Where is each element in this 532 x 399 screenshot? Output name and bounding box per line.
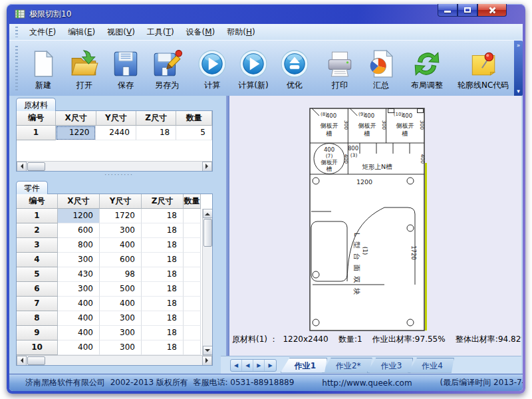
- row-header[interactable]: 9: [17, 326, 58, 340]
- open-button[interactable]: 打开: [64, 43, 105, 92]
- menubar-grip-handle[interactable]: [15, 27, 18, 37]
- first-job-icon[interactable]: ◀: [231, 360, 242, 371]
- minimize-button[interactable]: [438, 4, 458, 17]
- cell-x-size[interactable]: 400: [58, 326, 100, 340]
- row-header[interactable]: 1: [17, 209, 58, 223]
- cell-x-size[interactable]: 400: [58, 311, 100, 326]
- column-header[interactable]: X尺寸: [58, 194, 100, 209]
- cell-x-size[interactable]: 1200: [58, 209, 100, 223]
- cell-quantity[interactable]: [184, 267, 201, 282]
- cell-x-size[interactable]: 300: [58, 253, 100, 267]
- column-header[interactable]: Y尺寸: [96, 111, 136, 126]
- cell-z-size[interactable]: 18: [142, 238, 184, 253]
- cell-x-size[interactable]: 430: [58, 267, 100, 282]
- row-header[interactable]: 3: [17, 238, 58, 253]
- cell-y-size[interactable]: 300: [100, 340, 142, 355]
- cutting-layout-canvas[interactable]: (8) 400 侧板开 槽 300 (9) 400 侧板开 槽 300: [309, 107, 432, 334]
- toolbar-grip-handle[interactable]: [15, 46, 18, 90]
- cell-z-size[interactable]: 18: [142, 223, 184, 238]
- new-button[interactable]: 新建: [23, 43, 64, 92]
- scroll-left-icon[interactable]: [17, 162, 27, 172]
- row-header[interactable]: 2: [17, 223, 58, 238]
- menu-tools[interactable]: 工具(T): [142, 25, 180, 40]
- cell-y-size[interactable]: 600: [100, 253, 142, 267]
- cell-y-size[interactable]: 300: [100, 311, 142, 326]
- prev-job-icon[interactable]: ◀: [242, 360, 253, 371]
- row-header[interactable]: 8: [17, 311, 58, 326]
- cell-x-size[interactable]: 300: [58, 282, 100, 297]
- scroll-thumb[interactable]: [203, 219, 212, 247]
- optimize-button[interactable]: 优化: [274, 43, 315, 92]
- column-header[interactable]: X尺寸: [56, 111, 96, 126]
- cell-quantity[interactable]: [184, 297, 201, 311]
- column-header[interactable]: 编号: [17, 111, 56, 126]
- materials-tab[interactable]: 原材料: [16, 98, 56, 111]
- row-header[interactable]: 5: [17, 267, 58, 282]
- row-header[interactable]: 1: [17, 126, 56, 140]
- cell-x-size[interactable]: 400: [58, 297, 100, 311]
- column-header[interactable]: Y尺寸: [100, 194, 142, 209]
- cell-z-size[interactable]: 18: [142, 282, 184, 297]
- parts-tab[interactable]: 零件: [16, 181, 48, 194]
- column-header[interactable]: 数量: [184, 194, 201, 209]
- cell-x-size[interactable]: 800: [58, 238, 100, 253]
- layout-adjust-button[interactable]: 布局调整: [406, 43, 448, 92]
- cell-z-size[interactable]: 18: [142, 297, 184, 311]
- maximize-button[interactable]: [458, 4, 477, 17]
- scroll-right-icon[interactable]: [202, 162, 212, 172]
- cell-quantity[interactable]: 5: [176, 126, 212, 140]
- cell-z-size[interactable]: 18: [142, 209, 184, 223]
- nc-code-button[interactable]: 轮廓线NC代码: [452, 43, 514, 92]
- cell-x-size[interactable]: 600: [58, 223, 100, 238]
- row-header[interactable]: 7: [17, 297, 58, 311]
- cell-y-size[interactable]: 400: [100, 238, 142, 253]
- cell-y-size[interactable]: 500: [100, 282, 142, 297]
- menu-device[interactable]: 设备(M): [181, 25, 221, 40]
- cell-quantity[interactable]: [184, 238, 201, 253]
- cell-quantity[interactable]: [184, 311, 201, 326]
- cell-x-size[interactable]: 400: [58, 340, 100, 355]
- materials-hscrollbar[interactable]: [17, 161, 212, 171]
- cell-quantity[interactable]: [184, 253, 201, 267]
- cell-quantity[interactable]: [184, 282, 201, 297]
- menu-file[interactable]: 文件(F): [24, 25, 61, 40]
- tab-job2[interactable]: 作业2*: [322, 358, 372, 373]
- column-header[interactable]: 数量: [176, 111, 212, 126]
- cell-z-size[interactable]: 18: [142, 267, 184, 282]
- scroll-left-icon[interactable]: [17, 356, 27, 366]
- toolbar-overflow-button[interactable]: » ▾: [514, 41, 523, 96]
- parts-vscrollbar[interactable]: [202, 209, 212, 355]
- row-header[interactable]: 4: [17, 253, 58, 267]
- menu-help[interactable]: 帮助(H): [221, 25, 260, 40]
- cell-y-size[interactable]: 98: [100, 267, 142, 282]
- layout-view[interactable]: (8) 400 侧板开 槽 300 (9) 400 侧板开 槽 300: [229, 96, 521, 356]
- cell-y-size[interactable]: 400: [100, 297, 142, 311]
- cell-z-size[interactable]: 18: [142, 311, 184, 326]
- panel-splitter-handle[interactable]: ·········: [11, 172, 227, 178]
- tab-job4[interactable]: 作业4: [408, 358, 454, 373]
- column-header[interactable]: 编号: [17, 194, 58, 209]
- cell-x-size[interactable]: 1220: [56, 126, 96, 140]
- calculate-new-button[interactable]: 计算(新): [233, 43, 274, 92]
- calculate-button[interactable]: 计算: [192, 43, 233, 92]
- cell-z-size[interactable]: 18: [142, 253, 184, 267]
- save-button[interactable]: 保存: [105, 43, 146, 92]
- scroll-down-icon[interactable]: [203, 346, 213, 355]
- next-job-icon[interactable]: ▶: [253, 360, 265, 371]
- cell-z-size[interactable]: 18: [136, 126, 176, 140]
- summary-button[interactable]: 汇总: [360, 43, 402, 92]
- cell-quantity[interactable]: [184, 209, 201, 223]
- menu-edit[interactable]: 编辑(E): [63, 25, 100, 40]
- cell-y-size[interactable]: 1720: [100, 209, 142, 223]
- column-header[interactable]: Z尺寸: [136, 111, 176, 126]
- scroll-right-icon[interactable]: [202, 356, 212, 366]
- row-header[interactable]: 6: [17, 282, 58, 297]
- save-as-button[interactable]: 另存为: [146, 43, 188, 92]
- print-button[interactable]: 打印: [319, 43, 360, 92]
- scroll-thumb[interactable]: [27, 356, 45, 365]
- cell-z-size[interactable]: 18: [142, 326, 184, 340]
- last-job-icon[interactable]: ▶: [265, 360, 275, 371]
- cell-y-size[interactable]: 300: [100, 223, 142, 238]
- close-button[interactable]: [477, 4, 507, 17]
- scroll-up-icon[interactable]: [203, 209, 213, 218]
